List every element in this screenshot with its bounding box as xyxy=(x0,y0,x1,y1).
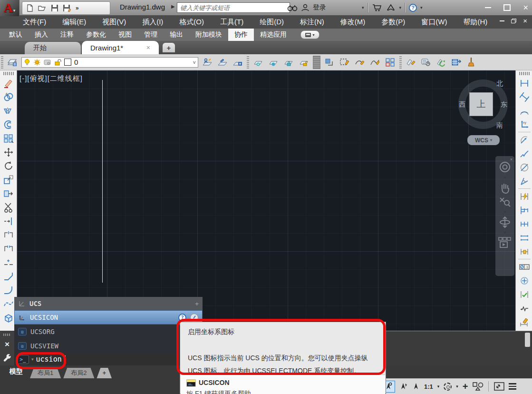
tab-close-icon[interactable]: × xyxy=(146,44,150,51)
match-properties-icon[interactable] xyxy=(405,56,417,69)
ribbon-tab-addins[interactable]: 附加模块 xyxy=(189,29,228,41)
store-cart-icon[interactable] xyxy=(372,3,382,12)
ribbon-tab-annotate[interactable]: 注释 xyxy=(54,29,80,41)
trim-icon[interactable] xyxy=(1,200,16,214)
mirror-icon[interactable] xyxy=(1,104,16,118)
autocomplete-item-ucsicon[interactable]: UCSICON ? xyxy=(14,310,203,325)
chamfer-icon[interactable] xyxy=(1,269,16,283)
orbit-caret-icon[interactable]: ▾ xyxy=(504,230,506,235)
layer-unlock2-icon[interactable] xyxy=(298,56,310,69)
gear-caret-icon[interactable]: ▾ xyxy=(456,384,458,389)
dim-linear-icon[interactable] xyxy=(517,76,532,90)
show-motion-icon[interactable] xyxy=(498,237,512,249)
dim-arc-length-icon[interactable] xyxy=(517,104,532,118)
toolbar-grip[interactable] xyxy=(399,56,402,69)
data-link-icon[interactable] xyxy=(450,56,463,69)
command-customize-wrench-icon[interactable] xyxy=(3,353,11,362)
ribbon-tab-default[interactable]: 默认 xyxy=(3,29,29,41)
dim-continue-icon[interactable] xyxy=(517,217,532,231)
toolbar-grip[interactable] xyxy=(519,72,530,75)
viewport-controls-label[interactable]: [-][俯视][二维线框] xyxy=(19,74,83,83)
layer-properties-icon[interactable] xyxy=(6,56,19,69)
dim-baseline-icon[interactable] xyxy=(517,203,532,217)
layer-select-combobox[interactable]: 0 ˅ xyxy=(21,57,198,68)
snap-dynamic-toggle[interactable] xyxy=(399,382,408,391)
explode-icon[interactable] xyxy=(1,311,16,325)
application-menu-button[interactable]: A ▾ xyxy=(0,0,19,16)
ribbon-tab-collaborate[interactable]: 协作 xyxy=(228,29,254,41)
stretch-icon[interactable] xyxy=(1,187,16,200)
pan-hand-icon[interactable] xyxy=(499,182,511,194)
offset-icon[interactable] xyxy=(1,118,16,131)
dim-jogline-icon[interactable] xyxy=(517,301,532,315)
signin-caret-icon[interactable]: ▾ xyxy=(362,5,364,10)
help-caret-icon[interactable]: ▾ xyxy=(420,5,423,10)
break-at-point-icon[interactable] xyxy=(1,228,16,242)
doc-minimize-button[interactable] xyxy=(500,20,504,21)
extend-icon[interactable] xyxy=(1,214,16,228)
navigation-wheel-icon[interactable] xyxy=(499,161,511,173)
toolbar-grip[interactable] xyxy=(1,56,3,69)
edit-spline-icon[interactable] xyxy=(369,56,381,69)
command-grip[interactable] xyxy=(3,334,11,336)
customization-menu-icon[interactable] xyxy=(509,383,516,390)
scale-caret-icon[interactable]: ▾ xyxy=(437,384,440,389)
quick-select-icon[interactable] xyxy=(420,56,432,69)
menu-insert[interactable]: 插入(I) xyxy=(142,18,163,27)
layout2-tab[interactable]: 布局2 xyxy=(63,368,94,378)
ribbon-tab-manage[interactable]: 管理 xyxy=(138,29,164,41)
annotation-scale-label[interactable]: 1:1 xyxy=(424,383,433,390)
edit-polyline-icon[interactable] xyxy=(354,56,366,69)
trim-edit-icon[interactable] xyxy=(339,56,351,69)
signin-label[interactable]: 登录 xyxy=(313,3,326,12)
user-icon[interactable] xyxy=(301,3,310,12)
isolate-objects-icon[interactable] xyxy=(473,382,484,391)
fillet-icon[interactable] xyxy=(1,283,16,297)
copy-nested-objects-icon[interactable] xyxy=(323,56,336,69)
search-input[interactable] xyxy=(177,2,290,13)
doc-restore-button[interactable] xyxy=(511,19,516,23)
dim-radius-icon[interactable] xyxy=(517,133,532,147)
toolbar-grip[interactable] xyxy=(247,56,249,69)
layer-color-swatch[interactable] xyxy=(64,59,71,66)
save-icon[interactable] xyxy=(51,4,58,12)
drawing-canvas[interactable]: [-][俯视][二维线框] 北 南 西 东 上 WCS ▾ × ▾ ▾ ▾ xyxy=(17,70,515,331)
autocomplete-item-ucsorg[interactable]: ▤ UCSORG xyxy=(14,325,203,339)
purge-brush-icon[interactable] xyxy=(465,56,478,69)
layer-on-icon[interactable] xyxy=(24,59,30,66)
autodesk-360-icon[interactable] xyxy=(386,3,396,12)
dim-inspect-icon[interactable] xyxy=(517,287,532,301)
dim-jogged-icon[interactable] xyxy=(517,147,532,160)
navigation-bar[interactable]: × ▾ ▾ ▾ xyxy=(495,156,514,276)
drawn-line[interactable] xyxy=(102,80,103,283)
command-scrollbar[interactable] xyxy=(525,333,530,347)
ribbon-tab-view[interactable]: 视图 xyxy=(112,29,138,41)
zoom-caret-icon[interactable]: ▾ xyxy=(504,209,506,214)
command-window-titlebar[interactable]: × xyxy=(0,331,14,365)
menu-file[interactable]: 文件(F) xyxy=(23,18,46,27)
dim-angular-icon[interactable] xyxy=(517,174,532,188)
zoom-icon[interactable] xyxy=(499,196,511,207)
update-fields-icon[interactable] xyxy=(435,56,447,69)
menu-draw[interactable]: 绘图(D) xyxy=(260,18,284,27)
layer-thaw-icon[interactable] xyxy=(33,59,41,66)
erase-icon[interactable] xyxy=(1,76,16,90)
new-file-icon[interactable] xyxy=(26,4,34,12)
move-icon[interactable] xyxy=(1,145,16,159)
new-drawing-tab-button[interactable]: + xyxy=(163,43,175,52)
save-as-icon[interactable] xyxy=(63,4,71,12)
menu-window[interactable]: 窗口(W) xyxy=(421,18,447,27)
quick-dimension-icon[interactable] xyxy=(517,189,532,203)
layer-combo-chevron-icon[interactable]: ˅ xyxy=(193,59,196,65)
layout1-tab[interactable]: 布局1 xyxy=(30,368,61,378)
menu-view[interactable]: 视图(V) xyxy=(102,18,126,27)
orbit-icon[interactable] xyxy=(499,216,511,228)
layer-isolate-icon[interactable] xyxy=(252,56,264,69)
ribbon-tab-output[interactable]: 输出 xyxy=(164,29,189,41)
viewcube-south[interactable]: 南 xyxy=(496,121,503,130)
dim-aligned-icon[interactable] xyxy=(517,90,532,104)
break-icon[interactable] xyxy=(1,242,16,256)
help-icon[interactable]: ? xyxy=(409,4,417,12)
match-layer-icon[interactable] xyxy=(216,56,229,69)
new-layout-tab-button[interactable]: + xyxy=(97,368,112,378)
